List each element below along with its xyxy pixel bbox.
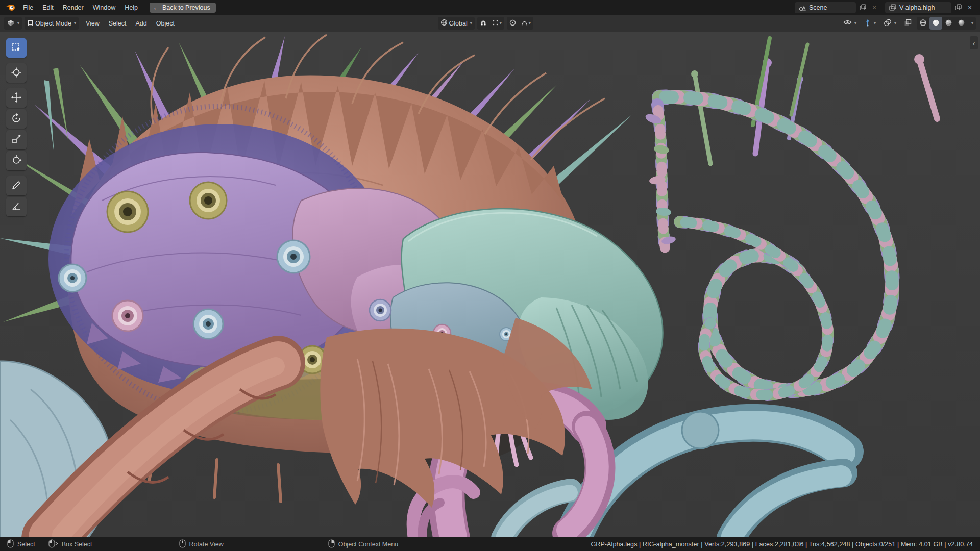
annotate-pencil-icon: [11, 180, 22, 192]
proportional-circle-icon: [509, 19, 516, 28]
mouse-left-icon: [7, 539, 14, 549]
tool-annotate[interactable]: [6, 176, 27, 195]
tool-scale[interactable]: [6, 130, 27, 149]
shading-options-dropdown[interactable]: ▾: [968, 17, 976, 30]
falloff-curve-icon: [521, 19, 528, 28]
measure-icon: [11, 201, 22, 213]
scene-selector[interactable]: Scene: [795, 2, 856, 13]
menu-render[interactable]: Render: [58, 3, 88, 13]
chevron-down-icon: ▾: [74, 21, 76, 26]
chevron-down-icon: ▾: [854, 21, 856, 26]
tool-transform[interactable]: [6, 151, 27, 170]
tool-move[interactable]: [6, 88, 27, 108]
remove-view-layer-button[interactable]: ×: [965, 3, 975, 13]
menu-view[interactable]: View: [81, 18, 104, 29]
tool-cursor[interactable]: [6, 63, 27, 83]
hint-box-select: Box Select: [48, 539, 92, 549]
rotate-icon: [11, 113, 22, 126]
close-icon: ×: [968, 4, 972, 11]
topbar-right: Scene × V-alpha.high ×: [795, 2, 975, 13]
scene-statistics: GRP-Alpha.legs | RIG-alpha_monster | Ver…: [591, 541, 973, 548]
tail-curls-group: [644, 97, 892, 395]
menu-window[interactable]: Window: [88, 3, 120, 13]
tool-measure[interactable]: [6, 197, 27, 216]
chevron-down-icon: ▾: [470, 21, 472, 26]
mouse-left-drag-icon: [48, 539, 58, 549]
select-box-icon: [11, 42, 22, 55]
menu-object[interactable]: Object: [152, 18, 179, 29]
back-to-previous-button[interactable]: ← Back to Previous: [150, 3, 216, 13]
chevron-down-icon: ▾: [529, 21, 531, 26]
hint-select: Select: [7, 539, 35, 549]
topbar-menus: File Edit Render Window Help: [18, 3, 142, 13]
blender-window: File Edit Render Window Help ← Back to P…: [0, 0, 980, 551]
shading-wireframe-button[interactable]: [917, 17, 929, 30]
view-layer-selector[interactable]: V-alpha.high: [885, 2, 951, 13]
shading-solid-button[interactable]: [929, 17, 942, 30]
shading-rendered-button[interactable]: [955, 17, 968, 30]
mouse-middle-icon: [179, 539, 186, 549]
object-mode-icon: [27, 19, 34, 28]
menu-add[interactable]: Add: [131, 18, 152, 29]
snap-toggle-button[interactable]: [477, 17, 489, 30]
menu-help[interactable]: Help: [120, 3, 142, 13]
scale-icon: [11, 134, 22, 146]
transform-orientation-dropdown[interactable]: Global ▾: [438, 17, 475, 30]
view-layer-icon: [889, 4, 896, 11]
blender-logo-icon: [5, 3, 16, 12]
scene-icon: [799, 4, 806, 11]
unlink-scene-button[interactable]: ×: [869, 3, 879, 13]
panel-toggle-icon: ‹: [973, 39, 975, 47]
overlays-dropdown[interactable]: ▾: [881, 17, 899, 30]
global-orientation-icon: [440, 19, 448, 28]
chevron-down-icon: ▾: [17, 21, 19, 26]
object-visibility-dropdown[interactable]: ▾: [841, 17, 859, 30]
chevron-down-icon: ▾: [971, 21, 973, 26]
editor-3d-viewport-icon: [7, 19, 15, 28]
tool-shelf: [6, 38, 27, 216]
tool-select-box[interactable]: [6, 38, 27, 58]
xray-icon: [904, 19, 912, 28]
proportional-falloff-dropdown[interactable]: ▾: [519, 17, 533, 30]
status-bar: Select Box Select Rotate View Object Con…: [0, 537, 980, 551]
transform-icon: [11, 155, 22, 167]
close-icon: ×: [872, 4, 876, 11]
hint-label: Box Select: [62, 541, 92, 548]
magnet-icon: [480, 19, 487, 28]
snap-increment-icon: [492, 19, 499, 28]
shading-mode-group: ▾: [917, 17, 976, 30]
view-layer-name: V-alpha.high: [899, 4, 935, 11]
snap-settings-dropdown[interactable]: ▾: [489, 17, 504, 30]
eye-icon: [843, 19, 852, 28]
menu-edit[interactable]: Edit: [38, 3, 58, 13]
new-view-layer-button[interactable]: [953, 3, 963, 13]
menu-select[interactable]: Select: [104, 18, 131, 29]
move-icon: [11, 92, 22, 105]
hint-label: Object Context Menu: [338, 541, 398, 548]
new-scene-button[interactable]: [857, 3, 868, 13]
shading-material-button[interactable]: [942, 17, 955, 30]
viewport-header: ▾ Object Mode ▾ View Select Add Object G…: [0, 15, 980, 32]
sidebar-toggle[interactable]: ‹: [970, 36, 978, 49]
creature-render: [0, 32, 980, 537]
cursor-3d-icon: [11, 67, 22, 80]
rendered-sphere-icon: [958, 19, 965, 28]
chevron-down-icon: ▾: [874, 21, 876, 26]
viewport-menus: View Select Add Object: [81, 18, 179, 29]
mode-dropdown[interactable]: Object Mode ▾: [24, 17, 79, 30]
menu-file[interactable]: File: [18, 3, 38, 13]
gizmos-dropdown[interactable]: ▾: [862, 17, 878, 30]
tool-rotate[interactable]: [6, 109, 27, 129]
hint-context-menu: Object Context Menu: [328, 539, 398, 549]
editor-type-button[interactable]: ▾: [4, 17, 22, 30]
scene-name: Scene: [809, 4, 827, 11]
proportional-editing-button[interactable]: [507, 17, 519, 30]
solid-sphere-icon: [932, 19, 940, 28]
gizmo-arrow-icon: [864, 19, 871, 28]
orientation-label: Global: [449, 20, 468, 27]
viewport-3d[interactable]: ‹: [0, 32, 980, 537]
overlays-icon: [884, 19, 892, 28]
mouse-right-icon: [328, 539, 335, 549]
xray-toggle-button[interactable]: [901, 17, 914, 30]
snapping-group: ▾: [477, 17, 504, 30]
